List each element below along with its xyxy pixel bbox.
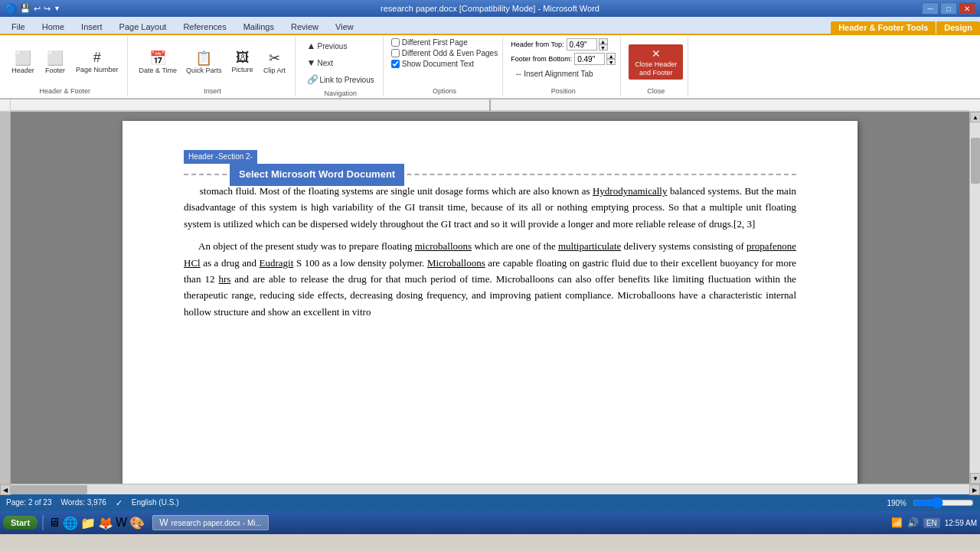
footer-button[interactable]: ⬜ Footer bbox=[40, 47, 70, 77]
tab-mailings[interactable]: Mailings bbox=[235, 19, 283, 34]
show-desktop-icon[interactable]: 🖥 bbox=[48, 516, 60, 530]
tab-page-layout[interactable]: Page Layout bbox=[111, 19, 175, 34]
different-odd-even-input[interactable] bbox=[391, 49, 400, 57]
ie-icon[interactable]: 🌐 bbox=[63, 516, 78, 530]
close-group-label: Close bbox=[647, 86, 665, 95]
options-group-label: Options bbox=[433, 86, 456, 95]
date-time-button[interactable]: 📅 Date & Time bbox=[136, 47, 181, 77]
footer-from-bottom-input[interactable] bbox=[574, 53, 605, 65]
tab-home[interactable]: Home bbox=[34, 19, 73, 34]
page-number-button[interactable]: # Page Number bbox=[72, 47, 122, 76]
eudragit-link[interactable]: Eudragit bbox=[260, 257, 294, 269]
zoom-slider[interactable] bbox=[913, 498, 974, 507]
page-number-icon: # bbox=[93, 50, 101, 66]
tab-design[interactable]: Design bbox=[936, 21, 980, 34]
header-from-top-up[interactable]: ▲ bbox=[599, 38, 608, 44]
next-button[interactable]: ▼ Next bbox=[303, 55, 337, 70]
insert-alignment-tab-button[interactable]: ↔ Insert Alignment Tab bbox=[511, 67, 596, 80]
main-content: TABLET Header -Section 2- Select Microso… bbox=[0, 99, 980, 494]
different-first-input[interactable] bbox=[391, 38, 400, 47]
volume-icon: 🔊 bbox=[907, 517, 919, 528]
explorer-icon[interactable]: 📁 bbox=[80, 516, 96, 530]
close-button[interactable]: ✕ bbox=[959, 2, 975, 15]
language: English (U.S.) bbox=[132, 498, 179, 508]
word-taskbar-item[interactable]: W research paper.docx - Mi... bbox=[152, 515, 269, 530]
ribbon-options-content: Different First Page Different Odd & Eve… bbox=[391, 38, 498, 85]
close-header-footer-button[interactable]: ✕ Close Headerand Footer bbox=[629, 44, 683, 80]
word-icon: 🔵 bbox=[5, 3, 17, 15]
next-label: Next bbox=[317, 59, 333, 67]
close-x-icon: ✕ bbox=[635, 47, 677, 60]
scroll-track[interactable] bbox=[970, 122, 980, 473]
previous-button[interactable]: ▲ Previous bbox=[303, 38, 351, 54]
picture-label: Picture bbox=[232, 66, 253, 73]
tab-insert[interactable]: Insert bbox=[73, 19, 111, 34]
h-scroll-thumb[interactable] bbox=[11, 485, 87, 494]
quick-launch-area: 🖥 🌐 📁 🦊 W 🎨 bbox=[48, 516, 145, 530]
ribbon-group-insert: 📅 Date & Time 📋 Quick Parts 🖼 Picture ✂ … bbox=[131, 37, 296, 96]
picture-button[interactable]: 🖼 Picture bbox=[227, 47, 258, 76]
link-to-previous-button[interactable]: 🔗 Link to Previous bbox=[303, 72, 378, 87]
quick-access-redo[interactable]: ↪ bbox=[44, 4, 51, 14]
tab-references[interactable]: References bbox=[175, 19, 234, 34]
footer-from-bottom-up[interactable]: ▲ bbox=[606, 53, 616, 59]
different-odd-even-checkbox[interactable]: Different Odd & Even Pages bbox=[391, 49, 498, 57]
select-tooltip[interactable]: Select Microsoft Word Document bbox=[230, 164, 404, 186]
tab-view[interactable]: View bbox=[327, 19, 362, 34]
tab-header-footer-tools[interactable]: Header & Footer Tools bbox=[831, 21, 936, 34]
different-first-checkbox[interactable]: Different First Page bbox=[391, 38, 468, 47]
taskbar-divider bbox=[42, 515, 44, 530]
header-from-top-input[interactable] bbox=[567, 38, 597, 51]
word-taskbar-icon[interactable]: W bbox=[116, 516, 127, 530]
header-button[interactable]: ⬜ Header bbox=[8, 47, 38, 77]
multiparticulate-link[interactable]: multiparticulate bbox=[558, 240, 621, 252]
ribbon-group-close: ✕ Close Headerand Footer Close bbox=[624, 37, 688, 96]
footer-from-bottom-label: Footer from Bottom: bbox=[511, 55, 572, 63]
show-doc-text-checkbox[interactable]: Show Document Text bbox=[391, 60, 474, 68]
h-scroll-track[interactable] bbox=[11, 484, 969, 494]
window-title: research paper.docx [Compatibility Mode]… bbox=[381, 4, 599, 13]
clip-art-label: Clip Art bbox=[263, 67, 286, 74]
status-bar: Page: 2 of 23 Words: 3,976 ✓ English (U.… bbox=[0, 494, 980, 511]
minimize-button[interactable]: ─ bbox=[922, 2, 939, 15]
header-from-top-spinbtns: ▲ ▼ bbox=[599, 38, 608, 51]
scroll-up-arrow[interactable]: ▲ bbox=[970, 112, 980, 122]
scroll-left-arrow[interactable]: ◀ bbox=[0, 484, 11, 495]
horizontal-scrollbar[interactable]: ◀ ▶ bbox=[0, 484, 980, 494]
hrs-link[interactable]: hrs bbox=[218, 273, 230, 285]
quick-access-dropdown[interactable]: ▼ bbox=[54, 5, 60, 12]
tab-review[interactable]: Review bbox=[283, 19, 327, 34]
header-section: TABLET Header -Section 2- Select Microso… bbox=[184, 152, 796, 175]
ruler-corner bbox=[0, 99, 11, 112]
hydrodynamically-link[interactable]: Hydrodynamically bbox=[593, 185, 667, 197]
quick-parts-button[interactable]: 📋 Quick Parts bbox=[182, 47, 226, 77]
header-from-top-down[interactable]: ▼ bbox=[599, 44, 608, 51]
link-label: Link to Previous bbox=[320, 76, 374, 84]
link-icon: 🔗 bbox=[307, 74, 318, 85]
scroll-thumb[interactable] bbox=[971, 138, 980, 184]
firefox-icon[interactable]: 🦊 bbox=[98, 516, 113, 530]
document-page: TABLET Header -Section 2- Select Microso… bbox=[122, 121, 858, 484]
vertical-scrollbar[interactable]: ▲ ▼ bbox=[969, 112, 980, 484]
scroll-down-arrow[interactable]: ▼ bbox=[970, 473, 980, 484]
show-doc-text-label: Show Document Text bbox=[402, 60, 474, 68]
clip-art-button[interactable]: ✂ Clip Art bbox=[260, 47, 290, 77]
ribbon-group-header-footer: ⬜ Header ⬜ Footer # Page Number Header &… bbox=[3, 37, 128, 96]
insert-alignment-label: Insert Alignment Tab bbox=[524, 70, 593, 78]
clip-art-icon: ✂ bbox=[269, 50, 280, 67]
quick-access-save[interactable]: 💾 bbox=[20, 4, 31, 14]
quick-access-undo[interactable]: ↩ bbox=[34, 4, 41, 14]
paint-icon[interactable]: 🎨 bbox=[129, 516, 145, 530]
document-scroll-area[interactable]: TABLET Header -Section 2- Select Microso… bbox=[11, 112, 969, 484]
scroll-right-arrow[interactable]: ▶ bbox=[969, 484, 980, 495]
footer-from-bottom-down[interactable]: ▼ bbox=[606, 59, 616, 65]
tab-file[interactable]: File bbox=[3, 19, 34, 34]
picture-icon: 🖼 bbox=[236, 50, 250, 66]
spell-check-icon: ✓ bbox=[116, 498, 122, 508]
start-button[interactable]: Start bbox=[3, 516, 38, 530]
date-time-label: Date & Time bbox=[139, 67, 178, 74]
show-doc-text-input[interactable] bbox=[391, 60, 400, 68]
microballoons-link[interactable]: microballoons bbox=[415, 240, 472, 252]
restore-button[interactable]: □ bbox=[940, 2, 957, 15]
microballoons-link2[interactable]: Microballoons bbox=[427, 257, 485, 269]
